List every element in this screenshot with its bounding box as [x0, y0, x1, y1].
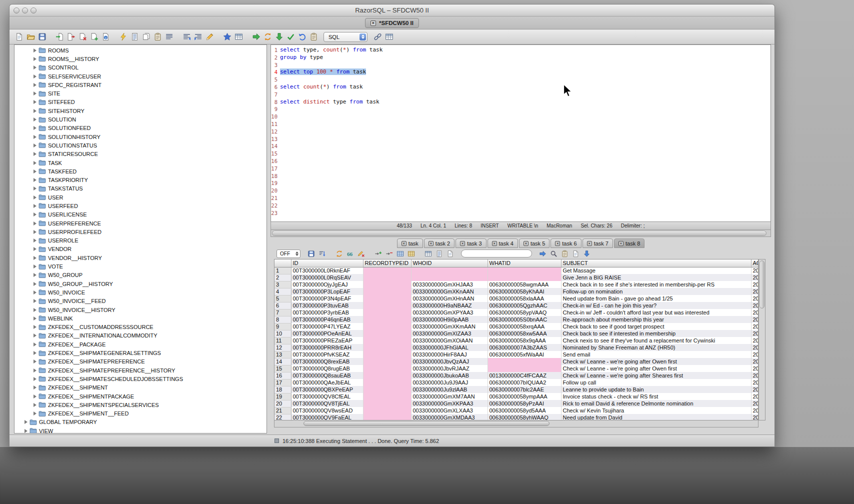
run-all-icon[interactable]: [262, 32, 272, 42]
grid-row[interactable]: 900T3000000P47LYEAZ0033000000GmXKmAAN006…: [274, 323, 758, 330]
expand-triangle-icon[interactable]: [34, 204, 36, 208]
execute-sql-icon[interactable]: [118, 32, 128, 42]
open-file-icon[interactable]: [26, 32, 36, 42]
row-number-cell[interactable]: 22: [274, 414, 291, 420]
grid-cell-whoid[interactable]: 0033000000GmXKmAAN: [411, 323, 488, 330]
grid-cell-ac[interactable]: 200: [751, 379, 758, 386]
expand-triangle-icon[interactable]: [34, 118, 36, 122]
list-objects-icon[interactable]: [164, 32, 174, 42]
tree-item-zkfedex-shipmatepreference[interactable]: ZKFEDEX__SHIPMATEPREFERENCE: [14, 358, 266, 366]
grid-row[interactable]: 400T3000000P3LopEAF0033000000GmXKnAAN006…: [274, 288, 758, 295]
tree-item-solutionstatus[interactable]: SOLUTIONSTATUS: [14, 141, 266, 150]
grid-cell-whatid[interactable]: 00630000007bIQUAA2: [488, 379, 561, 386]
format-sql-left-icon[interactable]: [182, 32, 192, 42]
grid-row[interactable]: 1800T3000000QBXPeEAP0033000000Ju9zlAAB00…: [274, 386, 758, 393]
expand-triangle-icon[interactable]: [34, 196, 36, 200]
search-next-icon[interactable]: [538, 249, 548, 258]
grid-cell-ac[interactable]: 200: [751, 288, 758, 295]
editor-hscroll-thumb[interactable]: [272, 230, 766, 236]
grid-cell-whoid[interactable]: 0033000000GmXKPAA3: [411, 400, 488, 407]
tree-item-userpreference[interactable]: USERPREFERENCE: [14, 219, 266, 228]
sql-mode-select[interactable]: SQL: [324, 32, 368, 42]
expand-triangle-icon[interactable]: [34, 351, 36, 355]
max-rows-select[interactable]: OFF: [276, 250, 300, 258]
grid-cell-whatid[interactable]: [488, 267, 561, 274]
expand-triangle-icon[interactable]: [34, 161, 36, 165]
grid-cell-subject[interactable]: Give Jenn a BIG RAISE: [561, 274, 751, 281]
expand-triangle-icon[interactable]: [34, 299, 36, 303]
grid-cell-id[interactable]: 00T3000000QAeJbEAL: [291, 379, 363, 386]
expand-triangle-icon[interactable]: [34, 109, 36, 113]
expand-triangle-icon[interactable]: [34, 66, 36, 70]
row-number-cell[interactable]: 18: [274, 386, 291, 393]
results-tab-task-8[interactable]: task 8: [614, 238, 644, 248]
tree-item-w50-group[interactable]: W50_GROUP: [14, 271, 266, 280]
grid-cell-recordtypeid[interactable]: [363, 358, 411, 365]
tree-item-site[interactable]: SITE: [14, 89, 266, 98]
format-sql-right-icon[interactable]: [193, 32, 203, 42]
grid-row[interactable]: 700T3000000P3yrbEAB0033000000GmXPYAA3006…: [274, 309, 758, 316]
grid-cell-ac[interactable]: 200: [751, 414, 758, 420]
close-tab-icon[interactable]: [402, 241, 406, 246]
close-tab-icon[interactable]: [587, 241, 592, 246]
grid-cell-subject[interactable]: Check w/ Kevin Tsujihara: [561, 407, 751, 414]
tree-item-userlicense[interactable]: USERLICENSE: [14, 210, 266, 219]
grid-cell-subject[interactable]: Check nexis to see if they've found a re…: [561, 337, 751, 344]
expand-triangle-icon[interactable]: [34, 377, 36, 381]
row-number-cell[interactable]: 4: [274, 288, 291, 295]
grid-horizontal-scrollbar[interactable]: [274, 420, 758, 428]
grid-cell-ac[interactable]: 200: [751, 302, 758, 309]
window-titlebar[interactable]: RazorSQL – SFDCW50 II: [10, 4, 774, 16]
expand-triangle-icon[interactable]: [34, 264, 36, 268]
create-object-icon[interactable]: [89, 32, 99, 42]
grid-cell-subject[interactable]: Re-approach about membership this year: [561, 316, 751, 323]
expand-triangle-icon[interactable]: [34, 74, 36, 78]
new-file-icon[interactable]: [14, 32, 24, 42]
row-number-cell[interactable]: 7: [274, 309, 291, 316]
results-tab-task-5[interactable]: task 5: [519, 238, 550, 248]
grid-cell-subject[interactable]: Nominated by Shane Freeman at ANZ (HR50): [561, 344, 751, 351]
grid-cell-whatid[interactable]: 0013000000C4fFCAAZ: [488, 372, 561, 379]
expand-triangle-icon[interactable]: [34, 170, 36, 174]
grid-cell-whatid[interactable]: 006300000058ypVAAQ: [488, 309, 561, 316]
grid-row[interactable]: 1400T3000000Q8rexEAB0033000000JbvQzAAJCh…: [274, 358, 758, 365]
export-grid-icon[interactable]: [406, 249, 416, 258]
grid-cell-whoid[interactable]: 0033000000JbvRJAAZ: [411, 365, 488, 372]
grid-cell-recordtypeid[interactable]: [363, 393, 411, 400]
grid-vscroll-thumb[interactable]: [760, 260, 764, 308]
row-number-cell[interactable]: 5: [274, 295, 291, 302]
grid-cell-ac[interactable]: 200: [751, 393, 758, 400]
grid-cell-whoid[interactable]: 0033000000GmXKnAAN: [411, 288, 488, 295]
expand-triangle-icon[interactable]: [34, 403, 36, 407]
editor-horizontal-scrollbar[interactable]: [270, 230, 771, 237]
tree-item-userprofilefeed[interactable]: USERPROFILEFEED: [14, 228, 266, 236]
tree-item-sfdc-registrant[interactable]: SFDC_REGISTRANT: [14, 80, 266, 89]
schema-tree-panel[interactable]: ROOMSROOMS__HISTORYSCONTROLSELFSERVICEUS…: [14, 44, 267, 434]
expand-triangle-icon[interactable]: [34, 386, 36, 390]
column-header-id[interactable]: ID: [291, 260, 363, 267]
grid-cell-id[interactable]: 00T3000000P3LopEAF: [291, 288, 363, 295]
grid-hscroll-thumb[interactable]: [304, 421, 550, 426]
copy-grid-icon[interactable]: [396, 249, 405, 258]
refresh-results-icon[interactable]: [334, 249, 344, 258]
grid-cell-whatid[interactable]: [488, 358, 561, 365]
grid-cell-id[interactable]: 00T3000000QV8CfEAL: [291, 393, 363, 400]
grid-cell-id[interactable]: 00T3000000Q8rexEAB: [291, 358, 363, 365]
tree-item-vote[interactable]: VOTE: [14, 262, 266, 270]
text-view-icon[interactable]: [434, 249, 444, 258]
tree-item-w50-invoice-history[interactable]: W50_INVOICE__HISTORY: [14, 306, 266, 314]
expand-triangle-icon[interactable]: [34, 186, 36, 190]
grid-cell-id[interactable]: 00T3000000Q8sauEAB: [291, 372, 363, 379]
grid-cell-subject[interactable]: Check-in w/ Jeff - couldn't afford last …: [561, 309, 751, 316]
grid-row[interactable]: 600T3000000P3tuvEAB0033000000H9aNBAAZ006…: [274, 302, 758, 309]
tree-item-userfeed[interactable]: USERFEED: [14, 202, 266, 210]
tree-item-zkfedex-shipment-feed[interactable]: ZKFEDEX__SHIPMENT__FEED: [14, 409, 266, 418]
column-header-whatid[interactable]: WHATID: [488, 260, 561, 267]
sql-editor[interactable]: 1select type, count(*) from task2group b…: [270, 44, 771, 222]
tree-item-w50-invoice-feed[interactable]: W50_INVOICE__FEED: [14, 297, 266, 306]
expand-triangle-icon[interactable]: [34, 316, 36, 320]
results-tab-task-3[interactable]: task 3: [456, 238, 486, 248]
tree-item-vendor-history[interactable]: VENDOR__HISTORY: [14, 254, 266, 262]
grid-cell-recordtypeid[interactable]: [363, 288, 411, 295]
grid-cell-whoid[interactable]: [411, 274, 488, 281]
